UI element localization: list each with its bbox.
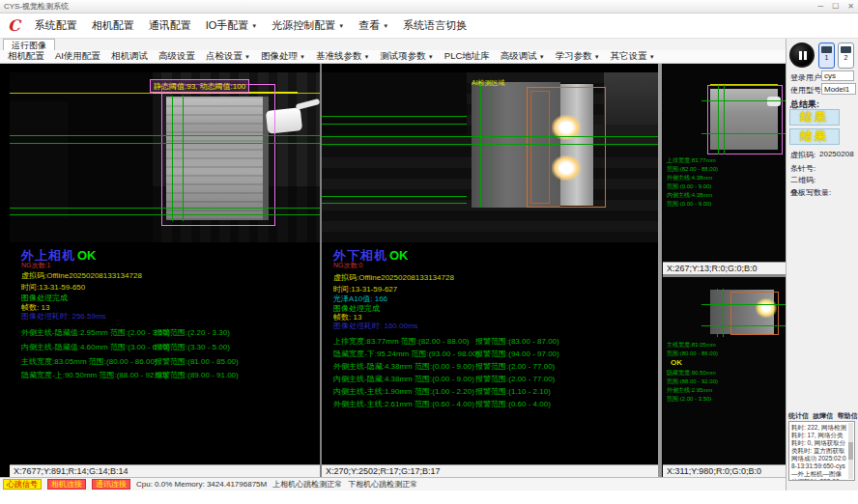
green-hline	[701, 100, 786, 101]
thumb-text-line: 范围:(88.00 - 92.00)	[667, 378, 718, 386]
chevron-down-icon: ▼	[649, 54, 655, 60]
toolbar: 相机配置 AI使用配置 相机调试 高级设置 点检设置▼ 图像处理▼ 基准线参数▼…	[0, 50, 786, 64]
model-value[interactable]: Model1	[821, 83, 856, 95]
green-vline	[724, 85, 725, 154]
measure-line: 内侧主线-主线:1.90mm 范围:(1.00 - 2.20)	[333, 386, 474, 397]
login-user-value[interactable]: cys	[821, 70, 854, 81]
menubar: C 系统配置 相机配置 通讯配置 IO手配置▼ 光源控制配置▼ 查看▼ 系统语言…	[0, 14, 858, 39]
sidebar: 1 2 登录用户: cys 使用型号: Model1 总结果: 结果 结果 虚拟…	[786, 39, 858, 490]
menu-io-config[interactable]: IO手配置▼	[206, 18, 258, 33]
pixel-coords-bar: X:270;Y:2502;R:17;G:17;B:17	[322, 464, 658, 477]
tool-advanced-settings[interactable]: 高级设置	[158, 50, 195, 63]
tool-spot-check[interactable]: 点检设置▼	[206, 50, 250, 63]
qr-code-label: 二维码:	[790, 175, 815, 185]
green-hline	[322, 116, 467, 117]
measure-line: 隐藏宽度-下:95.24mm 范围:(93.00 - 98.00)	[333, 349, 479, 359]
window-title: CYS-视觉检测系统	[4, 1, 69, 12]
thumb-text-line: 范围:(0.00 - 9.00)	[667, 200, 711, 209]
pause-button[interactable]	[789, 42, 815, 68]
thumb-text-line: 范围:(82.00 - 88.00)	[667, 165, 718, 174]
tool-camera-debug[interactable]: 相机调试	[111, 50, 148, 63]
menu-view[interactable]: 查看▼	[358, 18, 388, 33]
cpu-memory-readout: Cpu: 0.0% Memory: 3424.41796875M	[136, 480, 267, 489]
maximize-button[interactable]: ☐	[832, 2, 839, 11]
green-vline	[491, 82, 492, 208]
menu-system-config[interactable]: 系统配置	[35, 18, 77, 33]
stats-scrollbar[interactable]	[848, 423, 853, 479]
scrollbar-thumb[interactable]	[848, 442, 853, 460]
thumb-image-bottom: 主线宽度:83.05mm 范围:(80.00 - 86.00) OK 隐藏宽度:…	[663, 277, 786, 464]
thumb-text-line: 上排宽度:83.77mm	[667, 156, 716, 165]
pixel-coords-bar: X:7677;Y:891;R:14;G:14;B:14	[10, 464, 320, 477]
green-hline	[10, 208, 320, 209]
tool-advanced-debug[interactable]: 高级调试▼	[500, 50, 545, 63]
thumb-text-line: 隐藏宽度:90.50mm	[667, 369, 716, 378]
camera-image-upper: 静态阈值:93, 动态阈值:100	[10, 72, 320, 242]
yellow-reference-line	[710, 84, 778, 85]
virtual-code: 虚拟码:Offline20250208133134728	[21, 270, 142, 281]
ai-region-label: AI检测区域	[472, 78, 505, 88]
tool-other-settings[interactable]: 其它设置▼	[611, 50, 655, 63]
camera-1-button[interactable]: 1	[818, 42, 835, 69]
thumb-text-line: 主线宽度:83.05mm	[667, 341, 716, 350]
tool-label: 高级设置	[158, 50, 195, 63]
tool-test-params[interactable]: 测试项参数▼	[380, 50, 433, 63]
menu-label: IO手配置	[206, 18, 249, 33]
alarm-range: 报警范围:(94.00 - 97.00)	[475, 349, 559, 359]
result-box-2: 结果	[789, 128, 840, 145]
roi-rect-orange-inner	[530, 91, 550, 204]
elapsed-time: 图像处理耗时: 256.59ms	[21, 311, 106, 322]
thumb-text-line: 范围:(0.00 - 9.00)	[667, 182, 711, 191]
chevron-down-icon: ▼	[244, 54, 250, 60]
alarm-range: 报警范围:(83.00 - 87.00)	[475, 336, 559, 347]
close-button[interactable]: ✕	[847, 2, 854, 11]
thumb-text-line: 外侧主线:2.95mm	[667, 386, 712, 395]
green-vline	[480, 82, 481, 208]
tool-label: AI使用配置	[55, 50, 100, 63]
measure-line: 内侧主线-隐藏值:4.60mm 范围:(3.00 - 6.00)	[21, 342, 170, 352]
chevron-down-icon: ▼	[251, 23, 257, 29]
heartbeat-badge: 心跳信号	[3, 479, 42, 490]
tool-ai-config[interactable]: AI使用配置	[55, 50, 100, 63]
green-hline	[701, 325, 786, 326]
chevron-down-icon: ▼	[539, 54, 545, 60]
dark-slab	[10, 101, 68, 217]
status-bar: 心跳信号 相机连接 通讯连接 Cpu: 0.0% Memory: 3424.41…	[0, 477, 786, 490]
menu-label: 通讯配置	[149, 18, 191, 33]
ng-count: NG次数:0	[333, 261, 362, 270]
app-window: CYS-视觉检测系统 ─ ☐ ✕ C 系统配置 相机配置 通讯配置 IO手配置▼…	[0, 0, 858, 504]
elapsed-time: 图像处理耗时: 160.00ms	[333, 321, 418, 331]
alarm-range: 报警范围:(1.10 - 2.10)	[475, 386, 551, 397]
threshold-label: 静态阈值:93, 动态阈值:100	[150, 79, 249, 93]
measure-line: 主线宽度:83.05mm 范围:(80.00 - 86.00)	[21, 356, 157, 367]
green-hline	[10, 143, 320, 144]
menu-camera-config[interactable]: 相机配置	[92, 18, 134, 33]
tool-image-process[interactable]: 图像处理▼	[261, 50, 305, 63]
camera-link-badge: 相机连接	[47, 479, 86, 490]
tool-label: 相机配置	[8, 50, 44, 63]
thumb-text-line: 外侧主线:4.38mm	[667, 174, 712, 182]
camera-icon	[841, 46, 851, 53]
tool-label: 图像处理	[261, 50, 298, 63]
camera-2-number: 2	[839, 54, 853, 62]
tool-camera-config[interactable]: 相机配置	[8, 50, 44, 63]
tool-baseline-params[interactable]: 基准线参数▼	[316, 50, 369, 63]
menu-language-switch[interactable]: 系统语言切换	[403, 18, 467, 33]
alarm-range: 报警范围:(89.00 - 91.00)	[155, 370, 239, 380]
measure-line: 外侧主线-主线:2.61mm 范围:(0.60 - 4.00)	[333, 399, 474, 409]
tool-learn-params[interactable]: 学习参数▼	[556, 50, 600, 63]
lower-camera-heartbeat: 下相机心跳检测正常	[348, 479, 417, 490]
thumb-panel-bottom: 主线宽度:83.05mm 范围:(80.00 - 86.00) OK 隐藏宽度:…	[663, 277, 786, 477]
green-hline	[701, 133, 786, 134]
menu-light-config[interactable]: 光源控制配置▼	[272, 18, 344, 33]
chevron-down-icon: ▼	[428, 54, 434, 60]
tool-plc-address[interactable]: PLC地址库	[444, 50, 490, 63]
camera-2-button[interactable]: 2	[838, 42, 854, 69]
minimize-button[interactable]: ─	[817, 2, 823, 11]
virtual-code: 虚拟码:Offline20250208133134728	[333, 272, 454, 283]
login-user-label: 登录用户:	[790, 72, 823, 83]
bottom-margin	[0, 490, 858, 504]
camera-1-number: 1	[819, 54, 834, 62]
menu-comm-config[interactable]: 通讯配置	[149, 18, 191, 33]
ng-count: NG次数:1	[21, 261, 50, 270]
